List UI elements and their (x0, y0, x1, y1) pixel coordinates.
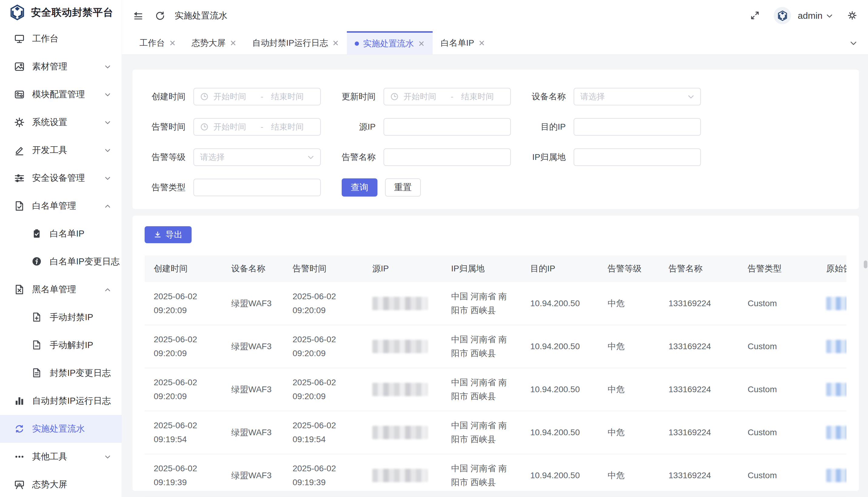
col-alarm-name: 告警名称 (659, 255, 739, 282)
created-time-cell: 2025-06-02 09:20:09 (154, 375, 202, 403)
table-card: 导出 创建时间 设备名称 告警时间 源IP (133, 216, 859, 491)
sidebar-item-security-devices[interactable]: 安全设备管理 (0, 164, 122, 192)
ellipsis-icon (14, 451, 25, 462)
chevron-down-icon[interactable] (826, 12, 833, 20)
sidebar-item-workbench[interactable]: 工作台 (0, 25, 122, 53)
ip-location-cell: 中国 河南省 南阳市 西峡县 (451, 332, 512, 360)
created-time-range[interactable]: 开始时间 - 结束时间 (193, 88, 321, 105)
sidebar-item-situation-screen[interactable]: 态势大屏 (0, 471, 122, 497)
alarm-type-input[interactable] (200, 183, 314, 192)
close-icon[interactable] (230, 40, 236, 46)
sync-icon (14, 423, 25, 434)
sidebar: 安全联动封禁平台 工作台 素材管理 模块配置管理 系统设置 (0, 0, 122, 497)
sidebar-item-module-config[interactable]: 模块配置管理 (0, 81, 122, 109)
dst-ip-cell: 10.94.200.50 (521, 282, 598, 325)
created-time-cell: 2025-06-02 09:20:09 (154, 332, 202, 360)
tab-workbench[interactable]: 工作台 (132, 31, 184, 55)
device-name-cell: 绿盟WAF3 (222, 325, 284, 368)
table-header-row: 创建时间 设备名称 告警时间 源IP IP归属地 目的IP 告警等级 告警名称 … (144, 255, 846, 282)
redacted-raw-alarm-link[interactable] (826, 297, 846, 310)
close-icon[interactable] (169, 40, 176, 46)
close-icon[interactable] (418, 40, 425, 47)
sidebar-item-auto-ban-run-log[interactable]: 自动封禁IP运行日志 (0, 387, 122, 415)
redacted-src-ip (372, 340, 427, 353)
fullscreen-icon[interactable] (750, 11, 760, 21)
col-raw-alarm: 原始告警 (817, 255, 846, 282)
sidebar-item-ban-ip-change-log[interactable]: 封禁IP变更日志 (0, 359, 122, 387)
dst-ip-input[interactable] (580, 122, 694, 132)
redacted-raw-alarm-link[interactable] (826, 340, 846, 353)
reset-button[interactable]: 重置 (385, 179, 421, 197)
alarm-time-cell: 2025-06-02 09:19:39 (292, 462, 341, 489)
sidebar-item-manual-unban-ip[interactable]: 手动解封IP (0, 331, 122, 359)
created-time-cell: 2025-06-02 09:20:09 (154, 289, 202, 317)
alarm-name-cell: 133169224 (659, 454, 739, 497)
alarm-time-cell: 2025-06-02 09:20:09 (292, 332, 341, 360)
alarm-level-cell: 中危 (598, 454, 659, 497)
tab-auto-ban-run-log[interactable]: 自动封禁IP运行日志 (244, 31, 347, 55)
close-icon[interactable] (332, 40, 339, 46)
clock-icon (390, 93, 399, 101)
alarm-type-cell: Custom (739, 411, 817, 454)
scrollbar-thumb[interactable] (864, 260, 867, 268)
created-time-cell: 2025-06-02 09:19:39 (154, 462, 202, 489)
alarm-name-cell: 133169224 (659, 325, 739, 368)
ip-location-input[interactable] (580, 153, 694, 162)
sidebar-item-dev-tools[interactable]: 开发工具 (0, 136, 122, 164)
alarm-name-input[interactable] (390, 153, 504, 162)
col-dst-ip: 目的IP (521, 255, 598, 282)
refresh-icon[interactable] (155, 11, 165, 21)
alarm-time-cell: 2025-06-02 09:19:54 (292, 418, 341, 446)
download-icon (154, 231, 162, 239)
sidebar-item-manual-ban-ip[interactable]: 手动封禁IP (0, 303, 122, 331)
alarm-level-cell: 中危 (598, 368, 659, 411)
collapse-menu-icon[interactable] (133, 11, 143, 21)
sidebar-item-whitelist-ip[interactable]: 白名单IP (0, 220, 122, 248)
gear-icon (14, 117, 25, 128)
clock-icon (200, 123, 209, 131)
ip-location-cell: 中国 河南省 南阳市 西峡县 (451, 375, 512, 403)
alarm-type-cell: Custom (739, 368, 817, 411)
sidebar-item-disposal-flow[interactable]: 实施处置流水 (0, 415, 122, 443)
sidebar-item-whitelist-ip-log[interactable]: 白名单IP变更日志 (0, 248, 122, 275)
dst-ip-cell: 10.94.200.50 (521, 454, 598, 497)
src-ip-input[interactable] (390, 122, 504, 132)
close-icon[interactable] (479, 40, 485, 46)
gear-icon[interactable] (848, 11, 858, 21)
search-button[interactable]: 查询 (342, 179, 377, 197)
redacted-src-ip (372, 426, 427, 439)
top-header: 实施处置流水 admin (122, 0, 868, 31)
doc-check-icon (14, 200, 25, 211)
alarm-time-range[interactable]: 开始时间 - 结束时间 (193, 118, 321, 136)
table-row: 2025-06-02 09:20:09 绿盟WAF3 2025-06-02 09… (144, 282, 846, 325)
chevron-down-icon (104, 174, 111, 182)
alarm-level-select[interactable]: 请选择 (193, 148, 321, 166)
created-time-range-field: 创建时间 开始时间 - 结束时间 (152, 88, 321, 105)
alarm-time-cell: 2025-06-02 09:20:09 (292, 289, 341, 317)
tab-whitelist-ip[interactable]: 白名单IP (433, 31, 493, 55)
sidebar-item-whitelist-group[interactable]: 白名单管理 (0, 192, 122, 220)
export-button[interactable]: 导出 (144, 226, 192, 243)
chevron-up-icon (104, 286, 111, 293)
redacted-raw-alarm-link[interactable] (826, 383, 846, 396)
user-menu[interactable]: admin (798, 11, 823, 21)
bar-chart-icon (14, 396, 25, 407)
chevron-down-icon[interactable] (849, 39, 858, 47)
col-created-time: 创建时间 (144, 255, 222, 282)
sidebar-item-system-settings[interactable]: 系统设置 (0, 109, 122, 136)
sidebar-item-material[interactable]: 素材管理 (0, 53, 122, 81)
sidebar-item-blacklist-group[interactable]: 黑名单管理 (0, 275, 122, 303)
chevron-down-icon (104, 91, 111, 98)
tab-disposal-flow[interactable]: 实施处置流水 (347, 31, 433, 55)
device-name-select[interactable]: 请选择 (574, 88, 701, 105)
sliders-icon (14, 173, 25, 184)
redacted-raw-alarm-link[interactable] (826, 469, 846, 482)
chevron-down-icon (104, 119, 111, 126)
pencil-icon (14, 145, 25, 156)
redacted-raw-alarm-link[interactable] (826, 426, 846, 439)
sidebar-item-other-tools[interactable]: 其他工具 (0, 443, 122, 471)
tab-situation-screen[interactable]: 态势大屏 (184, 31, 244, 55)
updated-time-range[interactable]: 开始时间 - 结束时间 (384, 88, 511, 105)
dst-ip-field: 目的IP (532, 118, 701, 136)
avatar[interactable] (774, 7, 791, 24)
